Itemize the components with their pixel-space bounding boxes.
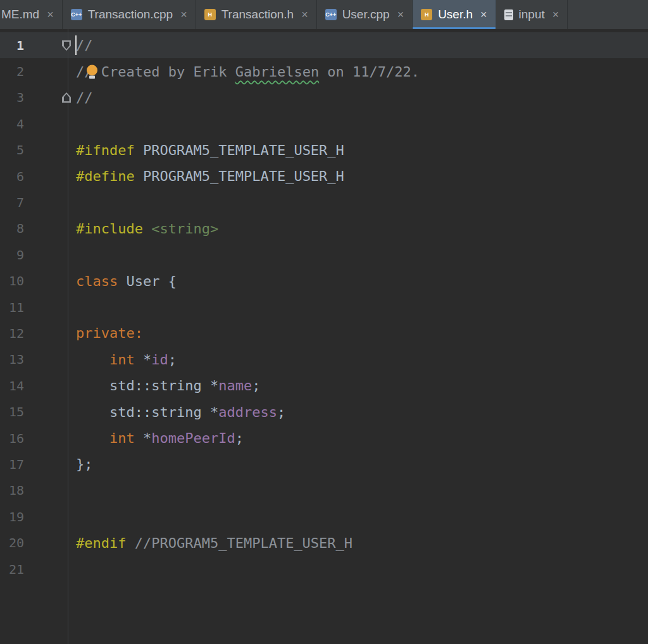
code-text: #ifndef PROGRAM5_TEMPLATE_USER_H xyxy=(24,142,344,158)
code-line-12[interactable]: 12private: xyxy=(0,320,648,346)
editor-tab-user-cpp[interactable]: C++User.cpp× xyxy=(317,0,413,29)
line-number: 6 xyxy=(0,169,24,184)
code-line-15[interactable]: 15 std::string *address; xyxy=(0,399,648,424)
code-line-6[interactable]: 6#define PROGRAM5_TEMPLATE_USER_H xyxy=(0,163,648,189)
code-text: int *id; xyxy=(24,352,177,368)
code-text: std::string *name; xyxy=(24,378,260,393)
code-line-11[interactable]: 11 xyxy=(0,294,648,320)
code-line-1[interactable]: 1// xyxy=(0,32,648,58)
code-line-4[interactable]: 4 xyxy=(0,111,648,137)
editor-tab-me-md[interactable]: ME.md× xyxy=(0,0,63,29)
line-number: 19 xyxy=(0,509,24,524)
code-text: std::string *address; xyxy=(24,404,285,420)
line-number: 15 xyxy=(0,404,24,419)
code-line-14[interactable]: 14 std::string *name; xyxy=(0,373,648,399)
editor-tab-transaction-cpp[interactable]: C++Transaction.cpp× xyxy=(63,0,196,29)
code-text: }; xyxy=(24,456,93,472)
code-line-16[interactable]: 16 int *homePeerId; xyxy=(0,425,648,451)
code-line-2[interactable]: 2// Created by Erik Gabrielsen on 11/7/2… xyxy=(0,58,648,84)
code-text: // xyxy=(24,37,93,53)
line-number: 3 xyxy=(0,90,24,105)
line-number: 16 xyxy=(0,431,24,446)
tab-label: User.h xyxy=(438,8,473,22)
code-lines: 1//2// Created by Erik Gabrielsen on 11/… xyxy=(0,32,648,582)
code-line-10[interactable]: 10class User { xyxy=(0,268,648,294)
line-number: 13 xyxy=(0,352,24,367)
header-file-icon: H xyxy=(421,9,432,20)
line-number: 14 xyxy=(0,378,24,393)
code-line-9[interactable]: 9 xyxy=(0,242,648,268)
close-icon[interactable]: × xyxy=(180,9,187,20)
text-file-icon xyxy=(504,9,513,20)
line-number: 4 xyxy=(0,116,24,132)
code-text: class User { xyxy=(24,273,177,289)
line-number: 18 xyxy=(0,483,24,498)
code-line-20[interactable]: 20#endif //PROGRAM5_TEMPLATE_USER_H xyxy=(0,529,648,555)
code-line-17[interactable]: 17}; xyxy=(0,451,648,477)
code-text: #endif //PROGRAM5_TEMPLATE_USER_H xyxy=(24,535,352,551)
editor-tab-input[interactable]: input× xyxy=(496,0,568,29)
close-icon[interactable]: × xyxy=(397,9,404,20)
close-icon[interactable]: × xyxy=(480,9,487,20)
tab-label: input xyxy=(519,8,545,22)
fold-marker-icon[interactable] xyxy=(62,92,71,103)
line-number: 2 xyxy=(0,64,24,79)
code-text: #include <string> xyxy=(24,221,218,237)
line-number: 12 xyxy=(0,326,24,341)
line-number: 1 xyxy=(0,38,24,53)
intention-bulb-icon[interactable] xyxy=(87,65,97,76)
line-number: 8 xyxy=(0,221,24,236)
close-icon[interactable]: × xyxy=(301,9,308,20)
line-number: 17 xyxy=(0,457,24,472)
code-line-3[interactable]: 3// xyxy=(0,85,648,111)
ide-window: ME.md×C++Transaction.cpp×HTransaction.h×… xyxy=(0,0,648,644)
cpp-file-icon: C++ xyxy=(71,9,82,20)
code-text: // xyxy=(24,90,93,106)
line-number: 5 xyxy=(0,142,24,158)
line-number: 20 xyxy=(0,535,24,550)
line-number: 10 xyxy=(0,273,24,288)
code-line-5[interactable]: 5#ifndef PROGRAM5_TEMPLATE_USER_H xyxy=(0,137,648,163)
line-number: 7 xyxy=(0,195,24,210)
editor-tab-user-h[interactable]: HUser.h× xyxy=(413,0,495,29)
line-number: 21 xyxy=(0,562,24,577)
line-number: 9 xyxy=(0,247,24,263)
gutter-separator xyxy=(68,29,68,644)
editor-tab-bar: ME.md×C++Transaction.cpp×HTransaction.h×… xyxy=(0,0,648,29)
editor-tab-transaction-h[interactable]: HTransaction.h× xyxy=(196,0,317,29)
code-editor[interactable]: 1//2// Created by Erik Gabrielsen on 11/… xyxy=(0,29,648,644)
code-text: #define PROGRAM5_TEMPLATE_USER_H xyxy=(24,168,344,184)
text-caret xyxy=(75,35,77,55)
code-line-8[interactable]: 8#include <string> xyxy=(0,216,648,242)
code-text: int *homePeerId; xyxy=(24,430,244,446)
tab-label: Transaction.h xyxy=(221,8,294,22)
tab-label: User.cpp xyxy=(342,8,390,22)
code-line-13[interactable]: 13 int *id; xyxy=(0,347,648,373)
code-text: // Created by Erik Gabrielsen on 11/7/22… xyxy=(24,64,420,80)
fold-marker-icon[interactable] xyxy=(62,40,71,51)
code-line-21[interactable]: 21 xyxy=(0,556,648,582)
code-line-19[interactable]: 19 xyxy=(0,504,648,529)
tab-label: ME.md xyxy=(1,8,39,22)
header-file-icon: H xyxy=(204,9,216,20)
tab-label: Transaction.cpp xyxy=(88,8,173,22)
close-icon[interactable]: × xyxy=(552,9,559,20)
cpp-file-icon: C++ xyxy=(325,9,337,20)
code-line-18[interactable]: 18 xyxy=(0,478,648,504)
code-text: private: xyxy=(24,325,143,341)
line-number: 11 xyxy=(0,300,24,315)
code-line-7[interactable]: 7 xyxy=(0,189,648,215)
close-icon[interactable]: × xyxy=(47,9,54,20)
